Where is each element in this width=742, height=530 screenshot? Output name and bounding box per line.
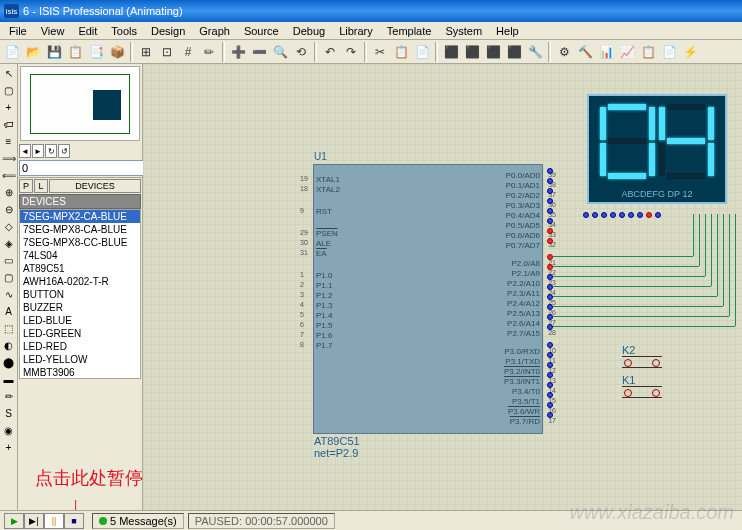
tool-10[interactable]: ◈ xyxy=(1,236,16,251)
tool-15[interactable]: ⬚ xyxy=(1,321,16,336)
device-item[interactable]: LED-BLUE xyxy=(20,314,140,327)
tool-20[interactable]: S xyxy=(1,406,16,421)
tool-12[interactable]: ▢ xyxy=(1,270,16,285)
menu-source[interactable]: Source xyxy=(237,23,286,39)
tool-2[interactable]: + xyxy=(1,100,16,115)
toolbar-btn-1[interactable]: 📂 xyxy=(23,42,43,62)
toolbar-btn-18[interactable]: 📄 xyxy=(412,42,432,62)
messages-status[interactable]: 5 Message(s) xyxy=(92,513,184,529)
preview-ctrl-0[interactable]: ◄ xyxy=(19,144,31,158)
toolbar-btn-27[interactable]: 📈 xyxy=(617,42,637,62)
schematic-canvas[interactable]: U1 AT89C51net=P2.9 19XTAL118XTAL29RST29P… xyxy=(143,64,742,510)
toolbar-btn-21[interactable]: ⬛ xyxy=(483,42,503,62)
tool-9[interactable]: ◇ xyxy=(1,219,16,234)
menu-system[interactable]: System xyxy=(438,23,489,39)
preview-input[interactable] xyxy=(19,160,163,176)
devices-btn[interactable]: DEVICES xyxy=(49,179,141,193)
preview-ctrl-3[interactable]: ↺ xyxy=(58,144,70,158)
tool-0[interactable]: ↖ xyxy=(1,66,16,81)
toolbar-btn-23[interactable]: 🔧 xyxy=(525,42,545,62)
menu-debug[interactable]: Debug xyxy=(286,23,332,39)
tool-14[interactable]: A xyxy=(1,304,16,319)
menu-tools[interactable]: Tools xyxy=(104,23,144,39)
toolbar-btn-28[interactable]: 📋 xyxy=(638,42,658,62)
menu-library[interactable]: Library xyxy=(332,23,380,39)
toolbar-btn-19[interactable]: ⬛ xyxy=(441,42,461,62)
tool-1[interactable]: ▢ xyxy=(1,83,16,98)
tool-5[interactable]: ⟹ xyxy=(1,151,16,166)
microcontroller-chip[interactable]: U1 AT89C51net=P2.9 19XTAL118XTAL29RST29P… xyxy=(313,164,543,434)
pl-l[interactable]: L xyxy=(34,179,48,193)
tool-16[interactable]: ◐ xyxy=(1,338,16,353)
toolbar-btn-9[interactable]: ✏ xyxy=(199,42,219,62)
toolbar-btn-24[interactable]: ⚙ xyxy=(554,42,574,62)
toolbar-btn-2[interactable]: 💾 xyxy=(44,42,64,62)
devices-list[interactable]: 7SEG-MPX2-CA-BLUE7SEG-MPX8-CA-BLUE7SEG-M… xyxy=(19,209,141,379)
device-item[interactable]: BUZZER xyxy=(20,301,140,314)
device-item[interactable]: 7SEG-MPX2-CA-BLUE xyxy=(20,210,140,223)
toolbar-btn-15[interactable]: ↷ xyxy=(341,42,361,62)
tool-21[interactable]: ◉ xyxy=(1,423,16,438)
toolbar-btn-8[interactable]: # xyxy=(178,42,198,62)
switch-k1[interactable]: K1 xyxy=(622,374,662,398)
menu-template[interactable]: Template xyxy=(380,23,439,39)
menu-file[interactable]: File xyxy=(2,23,34,39)
toolbar-btn-20[interactable]: ⬛ xyxy=(462,42,482,62)
device-item[interactable]: 7SEG-MPX8-CC-BLUE xyxy=(20,236,140,249)
toolbar-btn-10[interactable]: ➕ xyxy=(228,42,248,62)
tool-palette: ↖▢+🏷≡⟹⟸⊕⊖◇◈▭▢∿A⬚◐⬤▬✏S◉+ xyxy=(0,64,18,510)
schematic-preview[interactable] xyxy=(20,66,140,141)
pl-p[interactable]: P xyxy=(19,179,33,193)
toolbar-btn-17[interactable]: 📋 xyxy=(391,42,411,62)
step-button[interactable]: ▶| xyxy=(24,513,44,529)
stop-button[interactable]: ■ xyxy=(64,513,84,529)
device-item[interactable]: BUTTON xyxy=(20,288,140,301)
seven-segment-display[interactable]: ABCDEFG DP 12 xyxy=(587,94,727,204)
device-item[interactable]: MMBT3906 xyxy=(20,366,140,379)
toolbar-btn-5[interactable]: 📦 xyxy=(107,42,127,62)
toolbar-btn-22[interactable]: ⬛ xyxy=(504,42,524,62)
toolbar-btn-6[interactable]: ⊞ xyxy=(136,42,156,62)
toolbar-btn-13[interactable]: ⟲ xyxy=(291,42,311,62)
device-item[interactable]: 74LS04 xyxy=(20,249,140,262)
tool-22[interactable]: + xyxy=(1,440,16,455)
device-item[interactable]: LED-YELLOW xyxy=(20,353,140,366)
toolbar-btn-12[interactable]: 🔍 xyxy=(270,42,290,62)
tool-18[interactable]: ▬ xyxy=(1,372,16,387)
tool-11[interactable]: ▭ xyxy=(1,253,16,268)
toolbar-btn-11[interactable]: ➖ xyxy=(249,42,269,62)
tool-13[interactable]: ∿ xyxy=(1,287,16,302)
play-button[interactable]: ▶ xyxy=(4,513,24,529)
device-item[interactable]: AT89C51 xyxy=(20,262,140,275)
toolbar-btn-16[interactable]: ✂ xyxy=(370,42,390,62)
tool-17[interactable]: ⬤ xyxy=(1,355,16,370)
preview-ctrl-1[interactable]: ► xyxy=(32,144,44,158)
toolbar-btn-29[interactable]: 📄 xyxy=(659,42,679,62)
tool-6[interactable]: ⟸ xyxy=(1,168,16,183)
tool-7[interactable]: ⊕ xyxy=(1,185,16,200)
toolbar-btn-30[interactable]: ⚡ xyxy=(680,42,700,62)
tool-3[interactable]: 🏷 xyxy=(1,117,16,132)
toolbar-btn-0[interactable]: 📄 xyxy=(2,42,22,62)
toolbar-btn-4[interactable]: 📑 xyxy=(86,42,106,62)
toolbar-btn-7[interactable]: ⊡ xyxy=(157,42,177,62)
device-item[interactable]: AWH16A-0202-T-R xyxy=(20,275,140,288)
toolbar-btn-25[interactable]: 🔨 xyxy=(575,42,595,62)
device-item[interactable]: LED-RED xyxy=(20,340,140,353)
preview-ctrl-2[interactable]: ↻ xyxy=(45,144,57,158)
menu-help[interactable]: Help xyxy=(489,23,526,39)
device-item[interactable]: LED-GREEN xyxy=(20,327,140,340)
tool-19[interactable]: ✏ xyxy=(1,389,16,404)
menu-edit[interactable]: Edit xyxy=(71,23,104,39)
toolbar-btn-26[interactable]: 📊 xyxy=(596,42,616,62)
switch-k2[interactable]: K2 xyxy=(622,344,662,368)
toolbar-btn-3[interactable]: 📋 xyxy=(65,42,85,62)
menu-graph[interactable]: Graph xyxy=(192,23,237,39)
tool-8[interactable]: ⊖ xyxy=(1,202,16,217)
pause-button[interactable]: || xyxy=(44,513,64,529)
menu-view[interactable]: View xyxy=(34,23,72,39)
tool-4[interactable]: ≡ xyxy=(1,134,16,149)
device-item[interactable]: 7SEG-MPX8-CA-BLUE xyxy=(20,223,140,236)
toolbar-btn-14[interactable]: ↶ xyxy=(320,42,340,62)
menu-design[interactable]: Design xyxy=(144,23,192,39)
